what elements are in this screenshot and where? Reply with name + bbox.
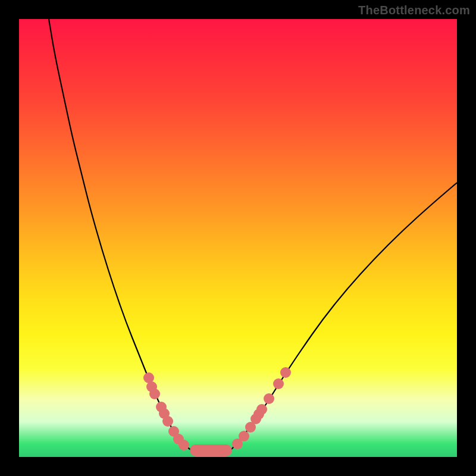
data-point bbox=[162, 416, 173, 427]
data-point bbox=[280, 367, 291, 378]
attribution-text: TheBottleneck.com bbox=[358, 4, 470, 17]
data-point bbox=[239, 431, 249, 441]
data-point bbox=[149, 389, 160, 399]
data-point bbox=[273, 378, 284, 389]
plot-svg bbox=[19, 19, 457, 457]
data-point bbox=[256, 404, 267, 415]
data-point bbox=[178, 440, 189, 450]
curve-left bbox=[49, 19, 192, 450]
dots-left-group bbox=[143, 372, 189, 450]
chart-area bbox=[19, 19, 457, 457]
data-point bbox=[264, 393, 274, 404]
valley-pill bbox=[190, 444, 232, 456]
